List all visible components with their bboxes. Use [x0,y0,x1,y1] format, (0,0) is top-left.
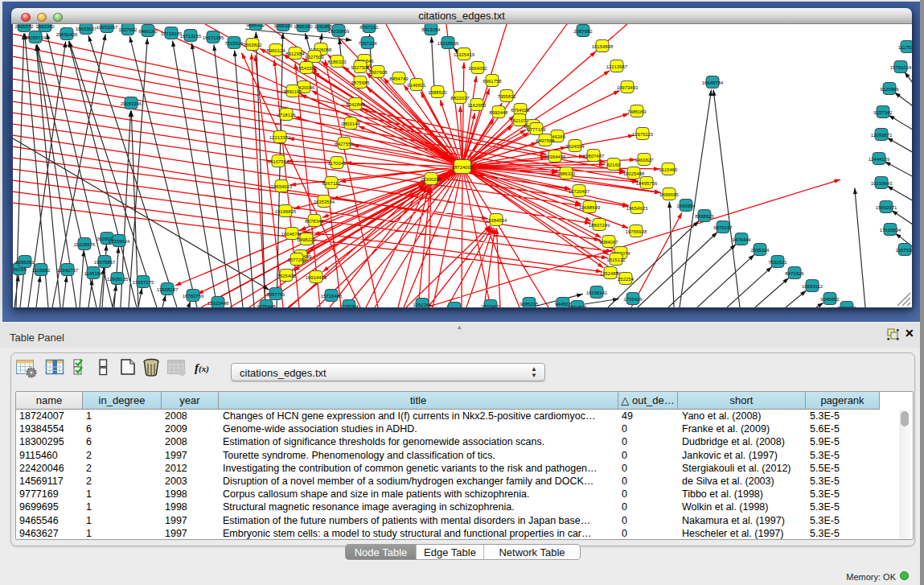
svg-text:16196141: 16196141 [586,290,608,295]
svg-text:12342737: 12342737 [57,268,79,273]
svg-text:12213382: 12213382 [269,135,291,140]
svg-text:6961758: 6961758 [483,79,502,84]
svg-text:10025488: 10025488 [623,171,645,176]
svg-text:25300293: 25300293 [421,177,442,182]
svg-text:1115682: 1115682 [32,268,51,273]
svg-text:1117536: 1117536 [898,45,912,50]
svg-text:10807487: 10807487 [583,154,605,159]
svg-text:5498222: 5498222 [297,237,316,242]
svg-text:12444159: 12444159 [869,157,890,162]
svg-text:6794028: 6794028 [511,108,530,113]
svg-text:10653267: 10653267 [97,25,118,30]
svg-text:16713155: 16713155 [180,34,202,39]
svg-text:2405572: 2405572 [14,24,34,29]
svg-text:10973493: 10973493 [617,85,639,90]
svg-text:9245652: 9245652 [820,297,840,302]
svg-text:1577264: 1577264 [287,257,306,262]
svg-text:12923448: 12923448 [207,301,229,306]
svg-text:11353594: 11353594 [314,200,335,204]
svg-text:8912954: 8912954 [285,51,305,56]
svg-text:2087682: 2087682 [573,29,593,34]
svg-text:9474444: 9474444 [732,237,751,242]
svg-text:1503467: 1503467 [481,304,500,308]
svg-text:19218506: 19218506 [437,41,459,46]
svg-text:8938923: 8938923 [695,214,714,219]
svg-text:9457791: 9457791 [266,292,285,297]
svg-text:16154808: 16154808 [592,44,614,49]
svg-text:20364436: 20364436 [544,154,566,159]
svg-text:8395051: 8395051 [15,260,35,265]
svg-text:10210643: 10210643 [871,181,893,186]
svg-text:1615132: 1615132 [606,257,626,262]
svg-text:252254: 252254 [618,277,634,282]
svg-text:9085235: 9085235 [519,302,539,307]
svg-text:16033809: 16033809 [328,29,350,34]
svg-text:16648784: 16648784 [702,80,724,85]
svg-text:6879197: 6879197 [713,225,733,230]
svg-text:1278364: 1278364 [339,304,359,308]
svg-text:1145194: 1145194 [84,271,104,276]
svg-text:1527602: 1527602 [118,27,138,32]
svg-text:1167534: 1167534 [896,248,912,253]
svg-text:19654923: 19654923 [271,184,293,189]
svg-text:8822037: 8822037 [450,96,470,101]
svg-text:1866160: 1866160 [294,24,313,29]
svg-text:3875685: 3875685 [351,80,370,85]
svg-text:15716485: 15716485 [321,294,343,299]
svg-text:1664875: 1664875 [568,305,587,308]
svg-text:18495756: 18495756 [636,181,658,186]
svg-text:13524851: 13524851 [600,271,622,276]
svg-text:16633607: 16633607 [76,27,97,31]
svg-text:19654923: 19654923 [626,206,648,211]
svg-text:3624554: 3624554 [565,144,585,149]
svg-text:8454749: 8454749 [389,76,409,81]
svg-text:7357224: 7357224 [358,41,377,46]
svg-text:9146821: 9146821 [407,83,426,88]
svg-text:16782759: 16782759 [183,294,204,299]
svg-text:1170045: 1170045 [328,161,347,166]
svg-text:8267110: 8267110 [322,181,342,186]
svg-text:20206576: 20206576 [74,242,96,247]
svg-text:9777169: 9777169 [527,127,546,132]
svg-text:17359924: 17359924 [109,239,130,244]
svg-text:8427552: 8427552 [335,142,354,146]
svg-text:9129966: 9129966 [880,87,899,92]
svg-text:9235645: 9235645 [445,307,464,308]
svg-text:16671385: 16671385 [203,35,224,40]
svg-text:1663360: 1663360 [35,24,55,29]
svg-text:12093872: 12093872 [871,133,893,138]
svg-text:18724007: 18724007 [452,165,474,170]
svg-text:10688609: 10688609 [579,205,601,210]
svg-text:9890165: 9890165 [283,89,302,94]
svg-text:7485063: 7485063 [627,109,647,114]
svg-text:8678342: 8678342 [305,219,324,224]
svg-text:1664092: 1664092 [468,66,487,71]
svg-text:16914479: 16914479 [306,275,327,280]
svg-text:20691406: 20691406 [56,32,78,37]
svg-text:19756928: 19756928 [626,229,647,234]
svg-text:11325419: 11325419 [454,52,475,57]
svg-text:2803144: 2803144 [341,122,360,126]
svg-text:9327509: 9327509 [305,55,324,60]
svg-text:17957275: 17957275 [133,280,154,285]
svg-text:9450652: 9450652 [837,306,856,308]
svg-text:7955812: 7955812 [497,94,516,99]
svg-text:1733426: 1733426 [623,297,643,302]
svg-text:10654112: 10654112 [802,284,823,289]
svg-text:24055724: 24055724 [25,35,47,40]
svg-text:16107554: 16107554 [268,159,290,164]
svg-text:13958187: 13958187 [157,287,179,292]
svg-text:7986322: 7986322 [556,171,576,176]
svg-text:6466160: 6466160 [138,29,158,34]
svg-text:9227342: 9227342 [873,110,893,115]
svg-text:7515526: 7515526 [224,41,244,46]
svg-text:7663822: 7663822 [243,43,262,47]
svg-text:18807249: 18807249 [589,223,610,228]
svg-text:9084067: 9084067 [599,240,618,245]
svg-text:8186323: 8186323 [327,60,347,64]
svg-text:19384554: 19384554 [486,218,507,223]
svg-text:19166825: 19166825 [275,209,297,214]
svg-text:1640954: 1640954 [676,204,696,208]
svg-text:17016504: 17016504 [880,228,901,233]
svg-text:15720407: 15720407 [569,189,590,194]
